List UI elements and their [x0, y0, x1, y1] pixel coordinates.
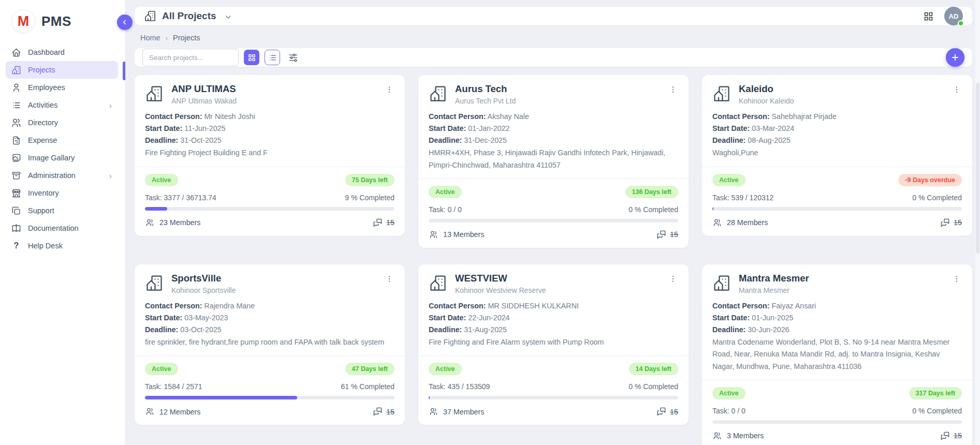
card-menu-button[interactable] [668, 273, 678, 285]
scrollbar-thumb[interactable] [976, 83, 979, 254]
sidebar-item-help-desk[interactable]: ? Help Desk [6, 237, 118, 255]
sidebar-item-image-gallary[interactable]: Image Gallary [6, 149, 118, 167]
add-project-button[interactable] [946, 48, 964, 67]
sidebar-item-projects[interactable]: Projects [6, 61, 118, 79]
members-count: 23 Members [159, 218, 200, 227]
card-foot: 28 Members 15 [712, 218, 962, 228]
help-icon: ? [11, 241, 21, 251]
days-badge: 317 Days left [909, 387, 962, 399]
project-details: Contact Person: Mr Nitesh Joshi Start Da… [145, 111, 394, 159]
badge-row: Active -9 Days overdue [712, 174, 962, 186]
members[interactable]: 13 Members [429, 230, 484, 240]
chat-icon [373, 407, 383, 417]
project-name: Mantra Mesmer [739, 273, 809, 284]
card-menu-button[interactable] [384, 273, 394, 285]
badge-row: Active 14 Days left [429, 363, 678, 375]
members[interactable]: 28 Members [712, 218, 768, 228]
card-foot: 37 Members 15 [429, 407, 678, 417]
project-card-footer-section: Active 14 Days left Task: 435 / 153509 0… [418, 355, 689, 417]
breadcrumb-home[interactable]: Home [140, 34, 160, 42]
search-input[interactable] [142, 49, 239, 66]
scrollbar[interactable] [975, 0, 980, 445]
list-view-button[interactable] [265, 50, 280, 65]
completed-percent: 0 % Completed [628, 382, 678, 391]
sidebar-item-administration[interactable]: Administration › [6, 167, 118, 184]
members[interactable]: 23 Members [145, 218, 200, 228]
logo-row: M PMS [0, 0, 125, 41]
badge-row: Active 317 Days left [712, 387, 962, 399]
deadline-line: Deadline: 08-Aug-2025 [712, 135, 962, 146]
start-date-value: 01-Jan-2022 [468, 124, 509, 132]
comments[interactable]: 15 [373, 407, 394, 417]
projects-grid: ANP ULTIMAS ANP Ultimas Wakad Contact Pe… [135, 75, 972, 445]
gallery-icon [11, 153, 21, 163]
comments[interactable]: 15 [940, 218, 962, 228]
project-card[interactable]: WESTVIEW Kohinoor Westview Reserve Conta… [418, 264, 689, 425]
members[interactable]: 12 Members [145, 407, 200, 417]
project-card[interactable]: SportsVille Kohinoor Sportsville Contact… [135, 264, 405, 425]
progress-fill [712, 207, 713, 211]
comments-count: 15 [386, 218, 394, 227]
users-icon [712, 218, 722, 228]
sidebar-item-documentation[interactable]: Documentation [6, 219, 118, 237]
app-logo: M [11, 9, 35, 33]
deadline-value: 30-Jun-2026 [748, 325, 789, 334]
comments[interactable]: 15 [940, 431, 962, 441]
list-view-icon [268, 53, 277, 62]
project-details: Contact Person: MR SIDDHESH KULKARNI Sta… [429, 300, 678, 349]
badge-row: Active 136 Days left [429, 186, 678, 198]
progress-bar [145, 396, 394, 399]
project-name: WESTVIEW [455, 273, 546, 284]
status-badge: Active [712, 387, 745, 399]
contact-label: Contact Person: [145, 302, 202, 310]
sidebar-collapse-button[interactable] [117, 14, 133, 30]
task-count: Task: 1584 / 2571 [145, 382, 202, 391]
comments[interactable]: 15 [656, 407, 678, 417]
store-icon [11, 188, 21, 198]
start-date-label: Start Date: [429, 124, 466, 132]
card-menu-button[interactable] [384, 83, 394, 96]
contact-value: Faiyaz Ansari [771, 302, 816, 310]
active-item-indicator [123, 62, 125, 80]
start-date-value: 22-Jun-2024 [468, 314, 509, 322]
members[interactable]: 3 Members [712, 431, 764, 441]
project-description: Wagholi,Pune [712, 147, 962, 159]
sidebar-item-activities[interactable]: Activities › [6, 96, 118, 114]
project-selector[interactable]: All Projects [144, 10, 232, 22]
contact-label: Contact Person: [145, 112, 202, 121]
sidebar-item-support[interactable]: Support [6, 202, 118, 219]
sidebar-item-inventory[interactable]: Inventory [6, 184, 118, 202]
project-card-header: WESTVIEW Kohinoor Westview Reserve [429, 273, 678, 294]
copy-icon [11, 206, 21, 216]
contact-label: Contact Person: [712, 302, 769, 310]
sidebar-item-expense[interactable]: Expense [6, 131, 118, 149]
days-badge: 136 Days left [625, 186, 678, 198]
start-date-label: Start Date: [145, 314, 182, 322]
building-icon [145, 274, 164, 292]
sidebar-item-employees[interactable]: Employees [6, 79, 118, 96]
comments[interactable]: 15 [656, 230, 678, 240]
card-menu-button[interactable] [668, 83, 678, 96]
days-badge: 75 Days left [345, 174, 394, 186]
apps-grid-icon[interactable] [923, 11, 934, 22]
chat-icon [656, 230, 666, 240]
project-card[interactable]: Mantra Mesmer Mantra Mesmer Contact Pers… [702, 264, 972, 445]
badge-row: Active 47 Days left [145, 363, 394, 375]
project-name: SportsVille [171, 273, 236, 284]
task-row: Task: 0 / 0 0 % Completed [429, 205, 678, 214]
project-card[interactable]: ANP ULTIMAS ANP Ultimas Wakad Contact Pe… [135, 75, 405, 236]
project-card[interactable]: Aurus Tech Aurus Tech Pvt Ltd Contact Pe… [418, 75, 689, 248]
sidebar-item-directory[interactable]: Directory [6, 114, 118, 131]
filters-button[interactable] [285, 50, 301, 65]
comments[interactable]: 15 [373, 218, 394, 228]
card-menu-button[interactable] [952, 83, 962, 96]
deadline-value: 31-Oct-2025 [180, 136, 221, 144]
sidebar-item-dashboard[interactable]: Dashboard [6, 43, 118, 61]
members[interactable]: 37 Members [429, 407, 484, 417]
project-card[interactable]: Kaleido Kohinoor Kaleido Contact Person:… [702, 75, 972, 236]
avatar[interactable]: AD [944, 7, 963, 25]
grid-view-button[interactable] [244, 50, 259, 65]
project-description: Fire Fighting and Fire Alarm system with… [429, 336, 678, 348]
sidebar: M PMS Dashboard Projects Employees Activ… [0, 0, 125, 445]
card-menu-button[interactable] [952, 273, 962, 285]
